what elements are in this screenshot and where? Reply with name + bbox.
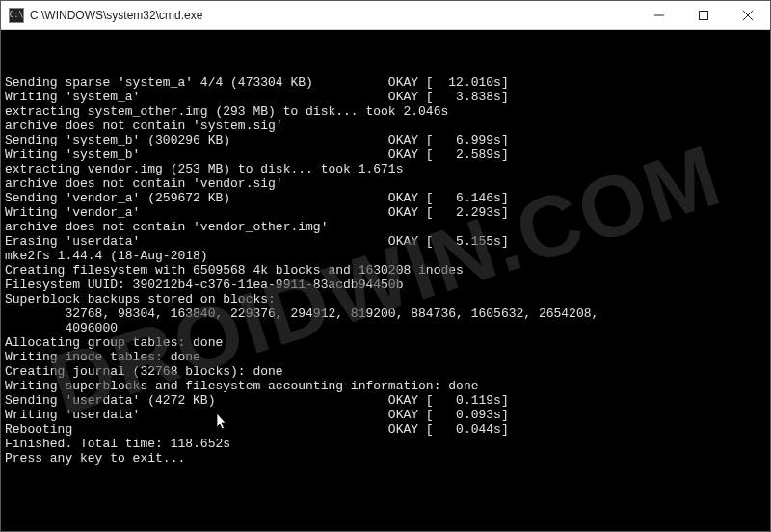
console-line: extracting system_other.img (293 MB) to … <box>5 104 766 119</box>
console-line: mke2fs 1.44.4 (18-Aug-2018) <box>5 249 766 263</box>
console-line: Allocating group tables: done <box>5 335 766 350</box>
titlebar[interactable]: C:\ C:\WINDOWS\system32\cmd.exe <box>1 1 770 30</box>
console-line: archive does not contain 'vendor_other.i… <box>5 220 766 234</box>
console-line: Sending 'vendor_a' (259672 KB) OKAY [ 6.… <box>5 191 766 205</box>
console-line: Filesystem UUID: 390212b4-c376-11ea-9911… <box>5 278 766 292</box>
console-line: Creating journal (32768 blocks): done <box>5 364 766 379</box>
console-line: Creating filesystem with 6509568 4k bloc… <box>5 263 766 278</box>
console-output[interactable]: DROIDWIN.COM Sending sparse 'system_a' 4… <box>1 30 770 531</box>
console-line: Writing 'userdata' OKAY [ 0.093s] <box>5 408 766 422</box>
console-line: Writing 'system_b' OKAY [ 2.589s] <box>5 147 766 162</box>
window-controls <box>637 1 770 29</box>
minimize-icon <box>654 11 664 20</box>
svg-rect-1 <box>700 11 708 19</box>
close-button[interactable] <box>726 1 770 29</box>
console-line: Writing 'vendor_a' OKAY [ 2.293s] <box>5 205 766 220</box>
console-line: Sending 'userdata' (4272 KB) OKAY [ 0.11… <box>5 393 766 408</box>
console-line: Writing 'system_a' OKAY [ 3.838s] <box>5 90 766 104</box>
minimize-button[interactable] <box>637 1 681 29</box>
console-line: Superblock backups stored on blocks: <box>5 292 766 306</box>
console-line: Finished. Total time: 118.652s <box>5 437 766 451</box>
console-line: archive does not contain 'system.sig' <box>5 119 766 133</box>
console-line: Writing superblocks and filesystem accou… <box>5 379 766 393</box>
cmd-icon: C:\ <box>9 8 24 23</box>
window-title: C:\WINDOWS\system32\cmd.exe <box>30 9 637 22</box>
console-lines-container: Sending sparse 'system_a' 4/4 (473304 KB… <box>5 75 766 466</box>
console-line: Sending sparse 'system_a' 4/4 (473304 KB… <box>5 75 766 90</box>
console-line: Writing inode tables: done <box>5 350 766 364</box>
console-line: Sending 'system_b' (300296 KB) OKAY [ 6.… <box>5 133 766 147</box>
maximize-button[interactable] <box>681 1 726 29</box>
cmd-window: C:\ C:\WINDOWS\system32\cmd.exe DROIDWIN… <box>0 0 771 532</box>
console-line: 32768, 98304, 163840, 229376, 294912, 81… <box>5 306 766 321</box>
console-line: Press any key to exit... <box>5 451 766 466</box>
console-line: archive does not contain 'vendor.sig' <box>5 176 766 191</box>
console-line: extracting vendor.img (253 MB) to disk..… <box>5 162 766 176</box>
console-line: Rebooting OKAY [ 0.044s] <box>5 422 766 437</box>
console-line: 4096000 <box>5 321 766 335</box>
close-icon <box>743 11 753 20</box>
maximize-icon <box>699 11 708 20</box>
console-line: Erasing 'userdata' OKAY [ 5.155s] <box>5 234 766 249</box>
